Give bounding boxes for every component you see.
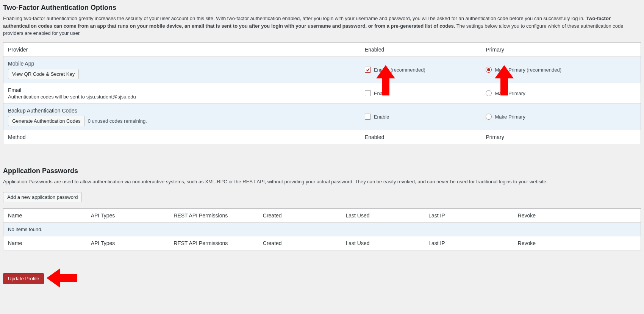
enable-mobile-app[interactable]: Enable (recommended): [365, 67, 477, 73]
add-app-password-button[interactable]: Add a new application password: [3, 192, 82, 202]
tfa-header-enabled: Enabled: [360, 43, 481, 56]
app-passwords-intro: Application Passwords are used to allow …: [3, 178, 641, 186]
th-last-ip: Last IP: [424, 209, 513, 222]
svg-marker-2: [47, 269, 77, 287]
primary-email[interactable]: Make Primary: [486, 90, 636, 96]
enable-label: Enable: [374, 114, 389, 120]
tfa-section: Two-Factor Authentication Options Enabli…: [3, 4, 641, 144]
th-rest-perms: REST API Permissions: [169, 209, 258, 222]
enable-label: Enable: [374, 67, 389, 73]
tfa-mobile-app-label: Mobile App: [8, 61, 356, 67]
make-primary-label: Make Primary: [495, 91, 525, 96]
make-primary-label: Make Primary: [495, 114, 525, 120]
tf-api-types: API Types: [86, 236, 169, 250]
tf-last-used: Last Used: [341, 236, 424, 250]
tf-created: Created: [258, 236, 341, 250]
tf-rest-perms: REST API Permissions: [169, 236, 258, 250]
tfa-footer-method: Method: [3, 130, 360, 144]
checkbox-unchecked-icon: [365, 114, 371, 120]
primary-mobile-app[interactable]: Make Primary (recommended): [486, 67, 636, 73]
tf-revoke: Revoke: [513, 236, 641, 250]
tfa-email-subtext: Authentication codes will be sent to sjs…: [8, 94, 356, 100]
tf-name: Name: [3, 236, 86, 250]
app-passwords-header-row: Name API Types REST API Permissions Crea…: [3, 209, 641, 222]
generate-codes-button[interactable]: Generate Authentication Codes: [8, 116, 85, 126]
th-api-types: API Types: [86, 209, 169, 222]
recommended-label: (recommended): [391, 67, 425, 73]
submit-area: Update Profile: [3, 273, 44, 284]
tfa-footer-row: Method Enabled Primary: [3, 130, 641, 144]
annotation-arrow-icon: [47, 269, 77, 287]
view-qr-button[interactable]: View QR Code & Secret Key: [8, 69, 79, 79]
tfa-header-primary: Primary: [481, 43, 641, 56]
radio-unchecked-icon: [486, 114, 492, 120]
enable-email[interactable]: Enable: [365, 90, 477, 96]
app-passwords-title: Application Passwords: [3, 167, 641, 175]
tfa-header-provider: Provider: [3, 43, 360, 56]
tfa-footer-primary: Primary: [481, 130, 641, 144]
app-passwords-section: Application Passwords Application Passwo…: [3, 167, 641, 251]
checkbox-checked-icon: [365, 67, 371, 73]
th-revoke: Revoke: [513, 209, 641, 222]
radio-unchecked-icon: [486, 90, 492, 96]
tfa-row-email: Email Authentication codes will be sent …: [3, 83, 641, 103]
tfa-intro: Enabling two-factor authentication great…: [3, 15, 641, 37]
tfa-title: Two-Factor Authentication Options: [3, 4, 641, 12]
app-passwords-table: Name API Types REST API Permissions Crea…: [3, 208, 641, 250]
app-passwords-footer-row: Name API Types REST API Permissions Crea…: [3, 236, 641, 250]
no-items-found: No items found.: [3, 223, 641, 236]
tfa-intro-pre: Enabling two-factor authentication great…: [3, 16, 586, 21]
th-name: Name: [3, 209, 86, 222]
enable-backup-codes[interactable]: Enable: [365, 114, 477, 120]
tfa-footer-enabled: Enabled: [360, 130, 481, 144]
app-passwords-empty-row: No items found.: [3, 222, 641, 236]
update-profile-button[interactable]: Update Profile: [3, 273, 44, 284]
tfa-header-row: Provider Enabled Primary: [3, 43, 641, 56]
tf-last-ip: Last IP: [424, 236, 513, 250]
th-last-used: Last Used: [341, 209, 424, 222]
tfa-row-backup-codes: Backup Authentication Codes Generate Aut…: [3, 103, 641, 130]
checkbox-unchecked-icon: [365, 90, 371, 96]
tfa-email-label: Email: [8, 87, 356, 93]
tfa-backup-label: Backup Authentication Codes: [8, 108, 356, 114]
primary-backup-codes[interactable]: Make Primary: [486, 114, 636, 120]
tfa-table: Provider Enabled Primary Mobile App View…: [3, 42, 641, 144]
recommended-label: (recommended): [527, 67, 561, 73]
th-created: Created: [258, 209, 341, 222]
radio-checked-icon: [486, 67, 492, 73]
backup-codes-remaining: 0 unused codes remaining.: [88, 118, 147, 124]
tfa-row-mobile-app: Mobile App View QR Code & Secret Key Ena…: [3, 56, 641, 83]
enable-label: Enable: [374, 91, 389, 96]
make-primary-label: Make Primary: [495, 67, 525, 73]
